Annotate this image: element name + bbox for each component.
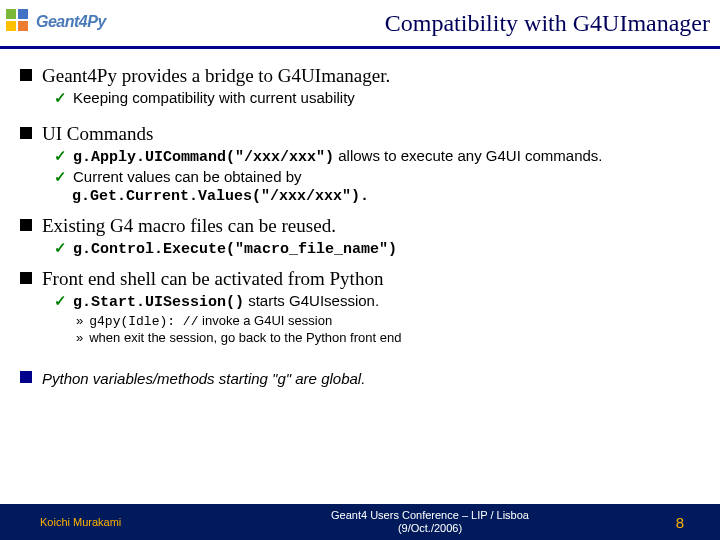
slide-content: Geant4Py provides a bridge to G4UImanage… (0, 49, 720, 389)
logo-text: Geant4Py (36, 13, 106, 31)
bullet-1-sub-1-text: Keeping compatibility with current usabi… (73, 89, 355, 106)
square-bullet-icon (20, 272, 32, 284)
check-icon: ✓ (54, 168, 67, 185)
check-icon: ✓ (54, 292, 67, 309)
bullet-2-text: UI Commands (42, 123, 153, 144)
bullet-3-sub-1-code: g.Control.Execute("macro_file_name") (73, 241, 397, 258)
bullet-2-sub-2: ✓Current values can be obtained by g.Get… (54, 168, 700, 205)
bullet-2-sub-2-text: Current values can be obtained by (73, 168, 301, 185)
bullet-1-text: Geant4Py provides a bridge to G4UImanage… (42, 65, 390, 86)
bullet-3-sub-1: ✓g.Control.Execute("macro_file_name") (54, 239, 700, 258)
bullet-4-subsub-1: »g4py(Idle): // invoke a G4UI session (76, 313, 700, 329)
bullet-4-subsub-1-code: g4py(Idle): // (89, 314, 198, 329)
footer-page-number: 8 (640, 514, 720, 531)
footer-line2: (9/Oct./2006) (398, 522, 462, 534)
footer-line1: Geant4 Users Conference – LIP / Lisboa (331, 509, 529, 521)
raquo-icon: » (76, 330, 83, 345)
logo: Geant4Py (6, 6, 136, 38)
note-text: Python variables/methods starting "g" ar… (42, 370, 365, 387)
bullet-4-sub-1-after: starts G4UIsession. (244, 292, 379, 309)
bullet-4-subsub-2-text: when exit the session, go back to the Py… (89, 330, 401, 345)
bullet-4-text: Front end shell can be activated from Py… (42, 268, 383, 289)
bullet-3-text: Existing G4 macro files can be reused. (42, 215, 336, 236)
bullet-2-sub-1-after: allows to execute any G4UI commands. (334, 147, 602, 164)
slide-header: Geant4Py Compatibility with G4UImanager (0, 0, 720, 49)
note-bullet: Python variables/methods starting "g" ar… (20, 367, 700, 389)
bullet-2-sub-2-code: g.Get.Current.Values("/xxx/xxx"). (72, 188, 369, 205)
bullet-2-sub-1-code: g.Apply.UICommand("/xxx/xxx") (73, 149, 334, 166)
bullet-3: Existing G4 macro files can be reused. (20, 215, 700, 237)
slide-footer: Koichi Murakami Geant4 Users Conference … (0, 504, 720, 540)
footer-author: Koichi Murakami (0, 516, 220, 528)
check-icon: ✓ (54, 89, 67, 106)
square-bullet-icon (20, 371, 32, 383)
square-bullet-icon (20, 69, 32, 81)
slide-title: Compatibility with G4UImanager (385, 10, 710, 37)
raquo-icon: » (76, 313, 83, 328)
square-bullet-icon (20, 127, 32, 139)
logo-squares-icon (6, 9, 32, 35)
bullet-2: UI Commands (20, 123, 700, 145)
bullet-4-sub-1-code: g.Start.UISession() (73, 294, 244, 311)
bullet-4-subsub-1-after: invoke a G4UI session (198, 313, 332, 328)
check-icon: ✓ (54, 147, 67, 164)
bullet-4-subsub-2: »when exit the session, go back to the P… (76, 330, 700, 345)
bullet-2-sub-1: ✓g.Apply.UICommand("/xxx/xxx") allows to… (54, 147, 700, 166)
square-bullet-icon (20, 219, 32, 231)
bullet-1-sub-1: ✓Keeping compatibility with current usab… (54, 89, 700, 107)
bullet-4-sub-1: ✓g.Start.UISession() starts G4UIsession. (54, 292, 700, 311)
bullet-4: Front end shell can be activated from Py… (20, 268, 700, 290)
check-icon: ✓ (54, 239, 67, 256)
bullet-1: Geant4Py provides a bridge to G4UImanage… (20, 65, 700, 87)
footer-conference: Geant4 Users Conference – LIP / Lisboa (… (220, 509, 640, 535)
